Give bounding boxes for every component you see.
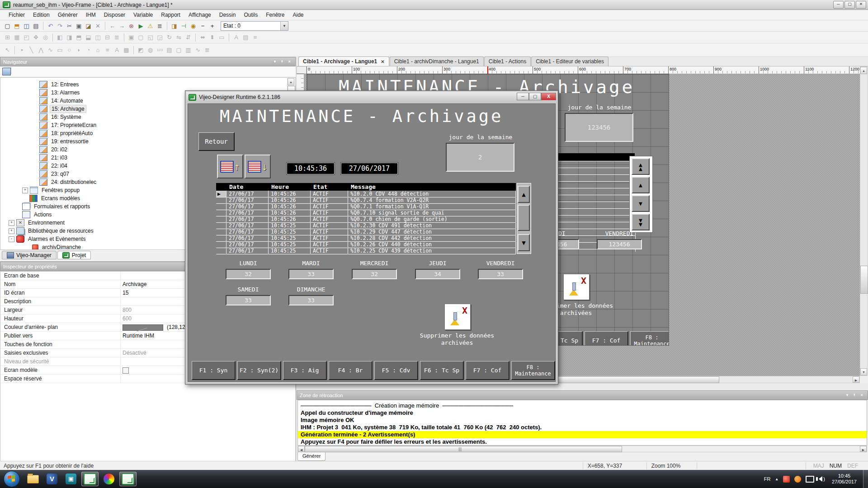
alarm-row[interactable]: 27/06/1710:45:25ACTIF%I0.2.25 CDV 439 dé… <box>216 248 516 254</box>
canvas-scroll-right-icon[interactable]: ▶ <box>853 376 859 383</box>
flip-h-icon[interactable]: ⇋ <box>175 33 183 42</box>
pie-icon[interactable]: ◔ <box>84 46 93 54</box>
color-swatch[interactable] <box>123 324 163 331</box>
function-key-1[interactable]: F1 : Syn <box>192 361 236 380</box>
zoom-in-icon[interactable]: + <box>208 22 217 30</box>
tree-item-label[interactable]: 23: q07 <box>50 170 71 178</box>
back-icon[interactable]: ← <box>108 22 117 30</box>
props-icon[interactable]: ≡ <box>251 33 259 42</box>
image-icon[interactable]: ▩ <box>122 46 131 54</box>
alarm-row[interactable]: 27/06/1710:45:25ACTIF%I0.2.29 CDV 447 dé… <box>216 229 516 235</box>
output-horizontal-scrollbar[interactable]: ◀ ||| ▶ <box>297 446 867 452</box>
report-icon[interactable]: ≣ <box>156 22 164 30</box>
menu-fichier[interactable]: Fichier <box>5 10 29 19</box>
canvas-scroll-up-icon[interactable]: ▲ <box>860 67 867 74</box>
output-scroll-left-icon[interactable]: ◀ <box>298 446 305 452</box>
undo-icon[interactable]: ↶ <box>46 22 55 30</box>
menu-edition[interactable]: Edition <box>29 10 54 19</box>
collapse-icon[interactable]: - <box>9 236 14 242</box>
function-key-6[interactable]: F6 : Tc Sp <box>420 361 464 380</box>
group-icon[interactable]: ▣ <box>127 33 136 42</box>
menu-aide[interactable]: Aide <box>289 10 308 19</box>
minimize-button[interactable]: ─ <box>833 1 844 9</box>
tree-item-label[interactable]: 21: i03 <box>50 154 69 161</box>
rect-icon[interactable]: ▭ <box>56 46 64 54</box>
center-h-icon[interactable]: ◫ <box>94 33 102 42</box>
delete-icon[interactable]: ✕ <box>94 22 102 30</box>
alarm-scroll-up-icon[interactable]: ▲ <box>518 186 530 203</box>
document-tab[interactable]: Cible1 - Archivage - Langue1✕ <box>298 56 389 66</box>
text-icon[interactable]: A <box>113 46 121 54</box>
tree-item-label[interactable]: 18: propriétéAuto <box>50 130 94 137</box>
tab-generer[interactable]: Générer <box>297 452 326 461</box>
simulate-icon[interactable]: ◨ <box>170 22 179 30</box>
function-key-3[interactable]: F3 : Aig <box>283 361 327 380</box>
message-display-icon[interactable]: ▤ <box>165 46 174 54</box>
list-icon[interactable]: ≣ <box>203 46 212 54</box>
tree-item-label[interactable]: archivDimanche <box>41 244 82 250</box>
scroll-down-icon[interactable]: ▼ <box>632 195 650 212</box>
menu-affichage[interactable]: Affichage <box>184 10 215 19</box>
tree-item-label[interactable]: 17: ProprieteEcran <box>50 122 98 129</box>
menu-fenêtre[interactable]: Fenêtre <box>262 10 288 19</box>
alarm-row[interactable]: 27/06/1710:45:26ACTIF%Q0.7.4 formation V… <box>216 197 516 204</box>
menu-rapport[interactable]: Rapport <box>157 10 184 19</box>
tree-item[interactable]: 12: Entrees <box>0 80 285 89</box>
antivirus2-icon[interactable] <box>794 476 801 483</box>
same-height-icon[interactable]: ⬍ <box>208 33 217 42</box>
maximize-button[interactable]: ▢ <box>844 1 855 9</box>
screens-filter-icon[interactable] <box>2 68 11 75</box>
tree-item-label[interactable]: Actions <box>33 211 53 218</box>
delete-archived-button[interactable]: X <box>563 274 590 300</box>
alarm-scroll-down-icon[interactable]: ▼ <box>518 234 530 251</box>
grid-icon[interactable]: ⊞ <box>3 33 12 42</box>
etat-combobox[interactable]: Etat : 0▼ <box>221 21 288 31</box>
select-cursor-icon[interactable]: ↖ <box>3 46 12 54</box>
tree-item-label[interactable]: Formulaires et rapports <box>33 203 91 210</box>
alarm-row[interactable]: 27/06/1710:45:25ACTIF%I0.2.30 CDV 491 dé… <box>216 222 516 229</box>
tree-item-label[interactable]: Fenêtres popup <box>40 187 81 194</box>
zoom-box-icon[interactable]: ◰ <box>22 33 31 42</box>
runtime-window[interactable]: Vijeo-Designer Runtime 6.2.1.186 ─ ▢ X M… <box>185 90 558 385</box>
forward-icon[interactable]: → <box>118 22 126 30</box>
tree-item-label[interactable]: 16: Système <box>50 113 83 121</box>
expand-icon[interactable]: + <box>9 228 14 234</box>
navigator-close-icon[interactable]: ✕ <box>286 59 292 65</box>
network-icon[interactable] <box>806 476 814 483</box>
function-key-5[interactable]: F5 : Cdv <box>374 361 418 380</box>
paste-icon[interactable]: ◪ <box>84 22 93 30</box>
taskbar-vijeo-v[interactable]: V <box>43 472 61 486</box>
ellipse-icon[interactable]: ○ <box>65 46 74 54</box>
scroll-up-icon[interactable]: ▲ <box>632 177 650 193</box>
retour-button[interactable]: Retour <box>198 132 235 151</box>
flip-v-icon[interactable]: ⇵ <box>184 33 193 42</box>
import-icon[interactable]: ▤ <box>32 22 40 30</box>
function-key-4[interactable]: F4 : Br <box>329 361 373 380</box>
document-tab[interactable]: Cible1 - Editeur de variables <box>531 56 609 66</box>
polygon-icon[interactable]: ⌂ <box>94 46 102 54</box>
align-right-icon[interactable]: ◨ <box>65 33 74 42</box>
alarm-row[interactable]: 27/06/1710:45:26ACTIF%Q0.7.10 signal sor… <box>216 210 516 216</box>
dot-icon[interactable]: ▪ <box>18 46 26 54</box>
function-key-7[interactable]: F7 : Cof <box>585 331 628 346</box>
taskbar-vijeo-runtime[interactable] <box>81 472 99 486</box>
rotate-icon[interactable]: ↻ <box>165 33 174 42</box>
runtime-titlebar[interactable]: Vijeo-Designer Runtime 6.2.1.186 <box>186 92 557 103</box>
runtime-maximize-button[interactable]: ▢ <box>529 93 541 100</box>
tree-item-label[interactable]: 14: Automate <box>50 97 85 104</box>
taskbar-designer-teal[interactable]: ▣ <box>62 472 80 486</box>
tree-item-label[interactable]: Bibliothèque de ressources <box>27 227 95 235</box>
tab-close-icon[interactable]: ✕ <box>381 59 384 64</box>
alarm-row[interactable]: 27/06/1710:45:26ACTIF%Q0.7.1 formation V… <box>216 203 516 210</box>
table-edit-icon[interactable]: ▤ <box>241 33 250 42</box>
tree-item-label[interactable]: 15: Archivage <box>50 105 86 113</box>
tree-item-label[interactable]: 19: entressortie <box>50 138 90 145</box>
alarm-row[interactable]: 27/06/1710:45:26ACTIF%Q0.7.0 chien de ga… <box>216 216 516 223</box>
align-left-icon[interactable]: ◧ <box>56 33 64 42</box>
scroll-top-icon[interactable]: ▲▲ <box>632 158 650 175</box>
menu-générer[interactable]: Générer <box>54 10 82 19</box>
close-button[interactable]: ✕ <box>856 1 866 9</box>
menu-disposer[interactable]: Disposer <box>100 10 129 19</box>
taskbar-clock[interactable]: 10:45 27/06/2017 <box>832 473 857 485</box>
function-key-7[interactable]: F7 : Cof <box>466 361 509 380</box>
